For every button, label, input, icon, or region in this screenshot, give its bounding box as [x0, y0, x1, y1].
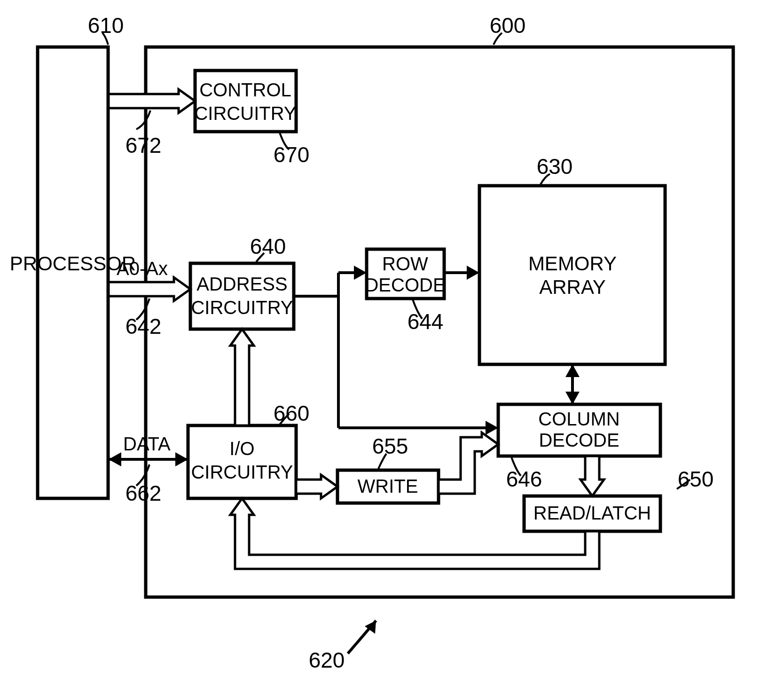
- address-bus-arrow: [109, 277, 190, 301]
- io-circuitry-label-2: CIRCUITRY: [191, 462, 293, 482]
- ref-644: 644: [408, 309, 444, 334]
- address-circuitry-label-1: ADDRESS: [196, 274, 287, 294]
- control-circuitry-label-2: CIRCUITRY: [194, 103, 296, 124]
- ref-620: 620: [309, 648, 345, 672]
- memory-array-label-2: ARRAY: [539, 276, 606, 298]
- data-bus-label: DATA: [123, 433, 171, 454]
- column-decode-label-2: DECODE: [539, 430, 619, 450]
- row-decode-label-1: ROW: [382, 253, 428, 274]
- ref-600: 600: [490, 13, 526, 38]
- ref-640: 640: [250, 234, 286, 259]
- control-bus-arrow: [109, 89, 195, 113]
- block-diagram: PROCESSOR CONTROL CIRCUITRY ADDRESS CIRC…: [0, 0, 784, 693]
- io-to-address: [230, 329, 254, 425]
- column-decode-label-1: COLUMN: [538, 409, 619, 429]
- ref-610: 610: [88, 13, 124, 38]
- address-circuitry-label-2: CIRCUITRY: [191, 297, 293, 318]
- memory-array-box: [479, 186, 665, 364]
- ref-650: 650: [678, 467, 714, 491]
- address-bus-label: A0-Ax: [117, 258, 168, 279]
- io-circuitry-label-1: I/O: [229, 438, 254, 459]
- ref-655: 655: [372, 434, 408, 458]
- control-circuitry-label-1: CONTROL: [199, 79, 291, 100]
- svg-marker-1: [109, 452, 121, 466]
- ref-662: 662: [125, 481, 162, 505]
- ref-642: 642: [125, 314, 162, 339]
- read-latch-label: READ/LATCH: [533, 503, 651, 523]
- memory-array-label-1: MEMORY: [528, 252, 617, 275]
- write-label: WRITE: [358, 476, 418, 496]
- ref-630: 630: [537, 154, 573, 179]
- ref-672: 672: [125, 133, 162, 158]
- ref-660: 660: [274, 401, 310, 425]
- row-decode-label-2: DECODE: [365, 275, 445, 295]
- address-circuitry-box: [190, 263, 294, 329]
- ref-646: 646: [506, 467, 542, 491]
- ref-670: 670: [274, 142, 310, 167]
